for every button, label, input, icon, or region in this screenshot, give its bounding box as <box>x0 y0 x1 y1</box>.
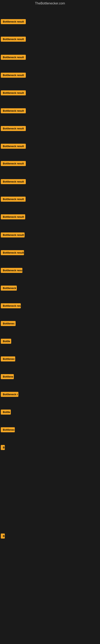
bottleneck-badge[interactable]: Bottleneck result <box>1 37 26 42</box>
bottleneck-item: Bottleneck result <box>1 232 25 238</box>
bottleneck-item: B <box>1 445 5 451</box>
bottleneck-item: Bottleneck result <box>1 214 25 220</box>
bottleneck-item: Bottleneck result <box>1 19 26 25</box>
bottleneck-badge[interactable]: Bottlenec <box>1 356 15 362</box>
bottleneck-item: Bottlenec <box>1 356 15 362</box>
bottleneck-badge[interactable]: Bottlenec <box>1 321 16 326</box>
bottleneck-badge[interactable]: Bottle <box>1 339 11 344</box>
bottleneck-badge[interactable]: Bottleneck result <box>1 179 26 184</box>
bottleneck-badge[interactable]: Bottleneck result <box>1 250 24 255</box>
bottleneck-badge[interactable]: Bottleneck result <box>1 73 26 78</box>
bottleneck-badge[interactable]: Bottlene <box>1 374 14 379</box>
items-container: Bottleneck resultBottleneck resultBottle… <box>0 8 100 644</box>
bottleneck-badge[interactable]: B <box>1 534 5 538</box>
bottleneck-item: Bottleneck result <box>1 196 26 202</box>
bottleneck-item: Bottle <box>1 410 11 416</box>
bottleneck-item: Bottlenec <box>1 321 16 327</box>
bottleneck-item: Bottleneck result <box>1 179 26 185</box>
bottleneck-item: Bottleneck res <box>1 303 21 309</box>
bottleneck-badge[interactable]: B <box>1 445 5 450</box>
bottleneck-badge[interactable]: Bottleneck <box>1 286 17 290</box>
site-title: TheBottlenecker.com <box>0 0 100 8</box>
bottleneck-badge[interactable]: Bottleneck result <box>1 161 26 166</box>
bottleneck-item: Bottleneck result <box>1 90 26 96</box>
bottleneck-badge[interactable]: Bottleneck result <box>1 232 25 238</box>
bottleneck-badge[interactable]: Bottleneck result <box>1 144 26 149</box>
bottleneck-item: B <box>1 534 5 539</box>
bottleneck-item: Bottlene <box>1 374 14 380</box>
bottleneck-badge[interactable]: Bottleneck result <box>1 55 26 60</box>
bottleneck-badge[interactable]: Bottleneck resu <box>1 268 22 273</box>
bottleneck-badge[interactable]: Bottleneck result <box>1 108 26 113</box>
bottleneck-badge[interactable]: Bottlenec <box>1 427 15 432</box>
bottleneck-badge[interactable]: Bottleneck res <box>1 303 21 308</box>
bottleneck-item: Bottleneck result <box>1 37 26 42</box>
bottleneck-item: Bottleneck result <box>1 161 26 167</box>
bottleneck-item: Bottleneck result <box>1 250 24 256</box>
bottleneck-badge[interactable]: Bottleneck result <box>1 90 26 96</box>
bottleneck-item: Bottleneck r <box>1 392 18 398</box>
bottleneck-item: Bottleneck result <box>1 126 26 132</box>
bottleneck-item: Bottleneck result <box>1 55 26 60</box>
bottleneck-item: Bottleneck result <box>1 73 26 78</box>
bottleneck-item: Bottleneck resu <box>1 268 22 274</box>
site-header: TheBottlenecker.com <box>0 0 100 8</box>
bottleneck-badge[interactable]: Bottleneck result <box>1 214 25 219</box>
bottleneck-badge[interactable]: Bottleneck result <box>1 19 26 24</box>
bottleneck-item: Bottlenec <box>1 427 15 433</box>
bottleneck-badge[interactable]: Bottleneck result <box>1 196 26 202</box>
bottleneck-item: Bottleneck result <box>1 108 26 114</box>
bottleneck-item: Bottle <box>1 339 11 344</box>
bottleneck-badge[interactable]: Bottleneck result <box>1 126 26 131</box>
bottleneck-badge[interactable]: Bottleneck r <box>1 392 18 397</box>
bottleneck-badge[interactable]: Bottle <box>1 410 11 414</box>
bottleneck-item: Bottleneck result <box>1 144 26 150</box>
bottleneck-item: Bottleneck <box>1 286 17 292</box>
